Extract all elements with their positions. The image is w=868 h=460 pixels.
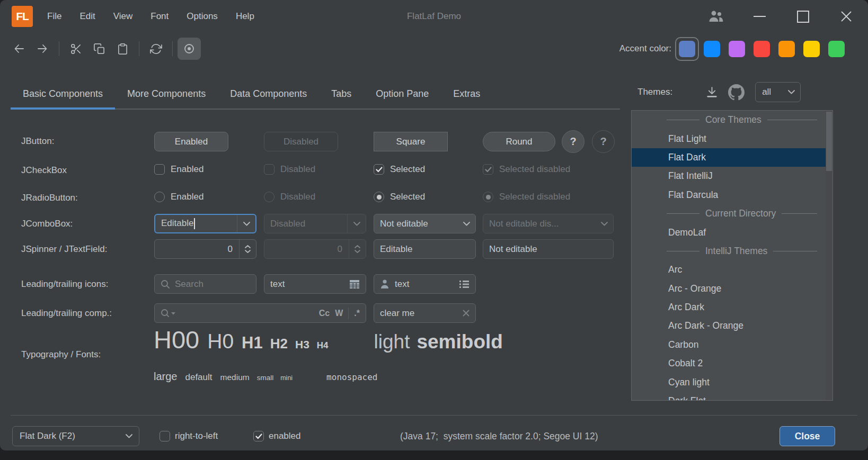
- medium-sample: medium: [220, 373, 250, 382]
- accent-swatch-default[interactable]: [675, 37, 699, 61]
- menu-file[interactable]: File: [38, 11, 70, 22]
- search-field[interactable]: [154, 274, 256, 294]
- enabled-checkbox[interactable]: enabled: [253, 431, 301, 441]
- accent-swatch-red[interactable]: [749, 37, 774, 61]
- checkbox-icon: [264, 164, 274, 175]
- tab-option-pane[interactable]: Option Pane: [364, 79, 441, 109]
- accent-swatch-purple[interactable]: [724, 37, 749, 61]
- text-field-person-list[interactable]: text: [374, 274, 476, 294]
- text-field-trailing-table[interactable]: text: [264, 274, 366, 294]
- checkbox-selected[interactable]: Selected: [374, 164, 425, 175]
- tab-tabs[interactable]: Tabs: [319, 79, 364, 109]
- regex-button[interactable]: .*: [354, 309, 360, 318]
- tab-data-components[interactable]: Data Components: [218, 79, 319, 109]
- theme-item-arc-dark-orange[interactable]: Arc Dark - Orange: [632, 317, 826, 335]
- search-with-options-field[interactable]: Cc W .*: [154, 303, 366, 323]
- menu-view[interactable]: View: [104, 11, 142, 22]
- menu-help[interactable]: Help: [227, 11, 263, 22]
- textfield-value[interactable]: text: [270, 279, 349, 290]
- theme-item-flat-intellij[interactable]: Flat IntelliJ: [632, 167, 826, 185]
- chevron-down-icon[interactable]: [457, 214, 475, 233]
- theme-item-flat-dark[interactable]: Flat Dark: [632, 148, 826, 167]
- copy-button[interactable]: [87, 38, 111, 60]
- theme-item-flat-light[interactable]: Flat Light: [632, 129, 826, 148]
- spinner-value[interactable]: 0: [155, 244, 239, 255]
- accent-swatch-yellow[interactable]: [799, 37, 824, 61]
- combobox-value: Not editable: [374, 219, 457, 229]
- checkbox-enabled[interactable]: Enabled: [154, 164, 203, 175]
- match-case-button[interactable]: Cc: [319, 309, 330, 318]
- chevron-down-icon: [347, 214, 366, 233]
- themes-scrollbar[interactable]: [826, 111, 832, 400]
- tab-basic-components[interactable]: Basic Components: [11, 79, 115, 109]
- users-button[interactable]: [694, 0, 738, 33]
- github-icon: [728, 84, 745, 101]
- back-button[interactable]: [7, 38, 31, 60]
- close-button[interactable]: Close: [780, 426, 835, 446]
- accent-swatch-green[interactable]: [824, 37, 849, 61]
- checkbox-label: Enabled: [171, 164, 203, 175]
- square-button[interactable]: Square: [374, 132, 448, 151]
- theme-item-arc-orange[interactable]: Arc - Orange: [632, 279, 826, 298]
- laf-combobox[interactable]: Flat Dark (F2): [12, 426, 139, 446]
- cut-button[interactable]: [64, 38, 87, 60]
- theme-item-arc-dark[interactable]: Arc Dark: [632, 298, 826, 317]
- refresh-button[interactable]: [144, 38, 167, 60]
- forward-button[interactable]: [31, 38, 54, 60]
- minimize-button[interactable]: [738, 0, 781, 33]
- list-icon[interactable]: [459, 280, 470, 288]
- accent-swatch-orange[interactable]: [774, 37, 799, 61]
- h00-sample: H00: [154, 325, 199, 354]
- search-input[interactable]: [175, 279, 250, 290]
- theme-item-cobalt-2[interactable]: Cobalt 2: [632, 354, 826, 373]
- textfield-value[interactable]: Editable: [380, 244, 412, 255]
- search-dropdown-icon[interactable]: [161, 309, 175, 318]
- combobox-editable[interactable]: Editable: [154, 214, 256, 233]
- combobox-value: Disabled: [264, 219, 347, 229]
- menu-options[interactable]: Options: [178, 11, 227, 22]
- radio-enabled[interactable]: Enabled: [154, 192, 203, 202]
- download-themes-button[interactable]: [701, 82, 722, 103]
- theme-item-dark-flat[interactable]: Dark Flat: [632, 392, 826, 401]
- textfield-editable[interactable]: Editable: [374, 239, 476, 259]
- github-button[interactable]: [725, 82, 747, 103]
- theme-item-demolaf[interactable]: DemoLaf: [632, 223, 826, 241]
- help-button-outlined[interactable]: ?: [592, 130, 615, 153]
- tab-extras[interactable]: Extras: [441, 79, 492, 109]
- accent-swatch-blue[interactable]: [699, 37, 724, 61]
- download-icon: [705, 86, 719, 99]
- theme-item-flat-darcula[interactable]: Flat Darcula: [632, 186, 826, 204]
- theme-item-carbon[interactable]: Carbon: [632, 336, 826, 354]
- theme-item-cyan-light[interactable]: Cyan light: [632, 373, 826, 391]
- radio-disabled: Disabled: [264, 192, 315, 202]
- combobox-value[interactable]: Editable: [155, 218, 237, 229]
- scrollbar-thumb[interactable]: [826, 112, 832, 171]
- menu-font[interactable]: Font: [141, 11, 178, 22]
- themes-filter-combobox[interactable]: all: [755, 82, 801, 102]
- maximize-button[interactable]: [781, 0, 825, 33]
- theme-item-arc[interactable]: Arc: [632, 260, 826, 279]
- table-icon[interactable]: [349, 279, 360, 289]
- clearable-field[interactable]: clear me: [374, 303, 476, 323]
- tab-more-components[interactable]: More Components: [115, 79, 218, 109]
- radio-selected[interactable]: Selected: [374, 192, 425, 202]
- paste-button[interactable]: [111, 38, 134, 60]
- combobox-not-editable[interactable]: Not editable: [374, 214, 476, 233]
- laf-combobox-value: Flat Dark (F2): [20, 431, 75, 441]
- whole-word-button[interactable]: W: [335, 309, 343, 318]
- menu-edit[interactable]: Edit: [70, 11, 104, 22]
- chevron-down-icon[interactable]: [237, 215, 255, 232]
- close-window-button[interactable]: [825, 0, 868, 33]
- h2-sample: H2: [270, 336, 288, 352]
- textfield-value[interactable]: text: [395, 279, 459, 290]
- spinner-enabled[interactable]: 0: [154, 239, 256, 259]
- rtl-checkbox[interactable]: right-to-left: [160, 431, 218, 441]
- enabled-button[interactable]: Enabled: [154, 132, 228, 151]
- show-hover-toggle[interactable]: [178, 38, 201, 60]
- h1-sample: H1: [242, 333, 263, 353]
- round-button[interactable]: Round: [483, 132, 555, 151]
- spinner-buttons[interactable]: [239, 240, 256, 258]
- help-button-filled[interactable]: ?: [562, 130, 584, 153]
- textfield-value[interactable]: clear me: [380, 308, 463, 319]
- clear-icon[interactable]: [463, 310, 470, 317]
